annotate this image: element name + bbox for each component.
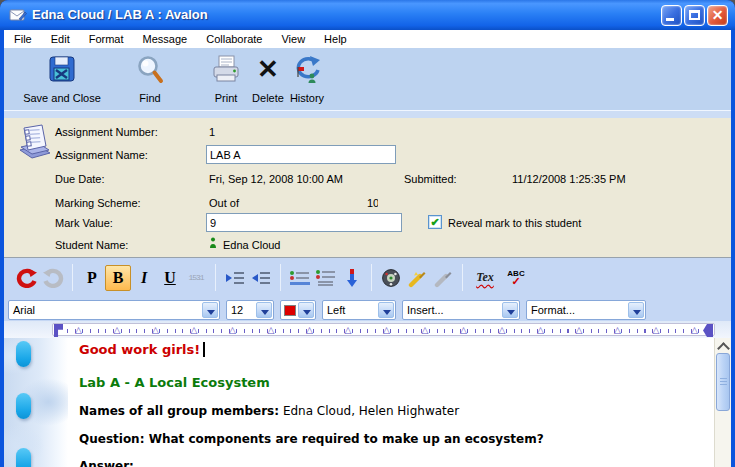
- ruler-tab-marker[interactable]: △: [460, 326, 467, 335]
- menu-item-message[interactable]: Message: [143, 33, 188, 45]
- fixed-size-icon: 1531: [188, 273, 203, 282]
- font-size-select[interactable]: 12: [226, 300, 274, 320]
- search-icon: [135, 54, 165, 86]
- save-and-close-button[interactable]: Save and Close: [10, 52, 114, 106]
- ruler-tab-marker[interactable]: △: [306, 326, 313, 335]
- chevron-down-icon: [628, 302, 644, 318]
- title-bar[interactable]: Edna Cloud / LAB A : Avalon ✕: [0, 0, 735, 30]
- chevron-down-icon: [256, 302, 272, 318]
- format-select[interactable]: Format...: [526, 300, 646, 320]
- menu-item-help[interactable]: Help: [324, 33, 347, 45]
- document-heading: Lab A - A Local Ecosystem: [79, 375, 270, 390]
- spellcheck-button[interactable]: ABC✓: [501, 264, 531, 292]
- assignment-number-label: Assignment Number:: [55, 126, 158, 138]
- members-value: Edna Cloud, Helen Highwater: [283, 404, 459, 418]
- signature-button[interactable]: Tex: [469, 264, 501, 292]
- signature-icon: Tex: [476, 270, 494, 285]
- chevron-down-icon: [378, 302, 394, 318]
- ruler-tab-marker[interactable]: △: [152, 326, 159, 335]
- find-button[interactable]: Find: [124, 52, 176, 106]
- main-toolbar: Save and Close ▼ Find ▼ Print ✕ Delete: [4, 48, 731, 110]
- decrease-indent-button[interactable]: [248, 264, 274, 292]
- line-spacing-button[interactable]: [313, 264, 339, 292]
- insert-select[interactable]: Insert...: [402, 300, 520, 320]
- left-margin-marker[interactable]: [54, 324, 63, 337]
- assignment-number-value: 1: [209, 126, 215, 138]
- scrollbar-thumb[interactable]: [716, 353, 730, 411]
- ruler-tab-marker[interactable]: △: [75, 326, 82, 335]
- ruler-tab-marker[interactable]: △: [191, 326, 198, 335]
- right-margin-marker[interactable]: [703, 324, 713, 337]
- underline-label: U: [164, 269, 176, 287]
- ruler-tab-marker[interactable]: △: [114, 326, 121, 335]
- print-label: Print: [204, 92, 248, 104]
- ruler-tab-marker[interactable]: △: [422, 326, 429, 335]
- ruler-tab-marker[interactable]: △: [229, 326, 236, 335]
- italic-label: I: [141, 269, 147, 287]
- print-button[interactable]: Print: [204, 52, 248, 106]
- ruler-row: △△△△△△△△△△△△△△△△△: [4, 321, 731, 338]
- decrease-indent-icon: [250, 269, 272, 287]
- vertical-scrollbar[interactable]: [714, 338, 731, 467]
- font-family-value: Arial: [13, 304, 35, 316]
- menu-item-file[interactable]: File: [14, 33, 32, 45]
- paragraph-spacing-button[interactable]: [287, 264, 313, 292]
- reveal-mark-label: Reveal mark to this student: [448, 217, 581, 229]
- bold-label: B: [113, 269, 124, 287]
- redo-button[interactable]: [40, 264, 66, 292]
- format-painter-button[interactable]: [404, 264, 430, 292]
- plain-style-label: P: [87, 269, 97, 287]
- format-value: Format...: [531, 304, 575, 316]
- bold-button[interactable]: B: [105, 265, 131, 291]
- move-down-button[interactable]: [339, 264, 365, 292]
- down-arrow-icon: [345, 268, 359, 288]
- minimize-button[interactable]: [661, 5, 682, 26]
- ruler-tab-marker[interactable]: △: [345, 326, 352, 335]
- color-wheel-button[interactable]: [378, 264, 404, 292]
- maximize-icon: [689, 10, 700, 20]
- scroll-up-icon[interactable]: [718, 341, 729, 352]
- student-person-icon: [209, 237, 217, 249]
- format-painter-disabled-button[interactable]: [430, 264, 456, 292]
- maximize-button[interactable]: [684, 5, 705, 26]
- chevron-down-icon: [298, 302, 314, 318]
- history-button[interactable]: History: [284, 52, 330, 106]
- ruler-tab-marker[interactable]: △: [653, 326, 660, 335]
- binding-ring-icon: [16, 341, 31, 367]
- toolbar-separator: [462, 264, 463, 291]
- binding-ring-icon: [16, 448, 31, 467]
- menu-item-collaborate[interactable]: Collaborate: [206, 33, 262, 45]
- font-color-swatch: [284, 305, 296, 316]
- insert-value: Insert...: [407, 304, 444, 316]
- toolbar-separator: [215, 264, 216, 291]
- text-cursor: [203, 342, 205, 357]
- increase-indent-button[interactable]: [222, 264, 248, 292]
- font-family-select[interactable]: Arial: [8, 300, 220, 320]
- fixed-size-button[interactable]: 1531: [183, 264, 209, 292]
- menu-item-view[interactable]: View: [281, 33, 305, 45]
- font-color-select[interactable]: [280, 300, 316, 320]
- italic-button[interactable]: I: [131, 264, 157, 292]
- history-label: History: [284, 92, 330, 104]
- reveal-mark-checkbox[interactable]: [428, 215, 442, 229]
- ruler-tab-marker[interactable]: △: [383, 326, 390, 335]
- plain-style-button[interactable]: P: [79, 264, 105, 292]
- menu-item-format[interactable]: Format: [89, 33, 124, 45]
- ruler-tab-marker[interactable]: △: [614, 326, 621, 335]
- menu-item-edit[interactable]: Edit: [51, 33, 70, 45]
- ruler-tab-marker[interactable]: △: [499, 326, 506, 335]
- ruler-tab-marker[interactable]: △: [691, 326, 698, 335]
- spellcheck-icon: ABC✓: [507, 270, 524, 286]
- assignment-name-input[interactable]: [206, 145, 396, 164]
- ruler-tab-marker[interactable]: △: [537, 326, 544, 335]
- underline-button[interactable]: U: [157, 264, 183, 292]
- ruler-tab-marker[interactable]: △: [268, 326, 275, 335]
- mark-value-input[interactable]: [206, 213, 402, 232]
- alignment-select[interactable]: Left: [322, 300, 396, 320]
- editor-area[interactable]: Good work girls! Lab A - A Local Ecosyst…: [4, 338, 731, 467]
- question-line: Question: What components are required t…: [79, 432, 544, 446]
- undo-button[interactable]: [14, 264, 40, 292]
- format-painter-icon: [407, 268, 427, 288]
- close-button[interactable]: ✕: [707, 5, 728, 26]
- ruler-tab-marker[interactable]: △: [576, 326, 583, 335]
